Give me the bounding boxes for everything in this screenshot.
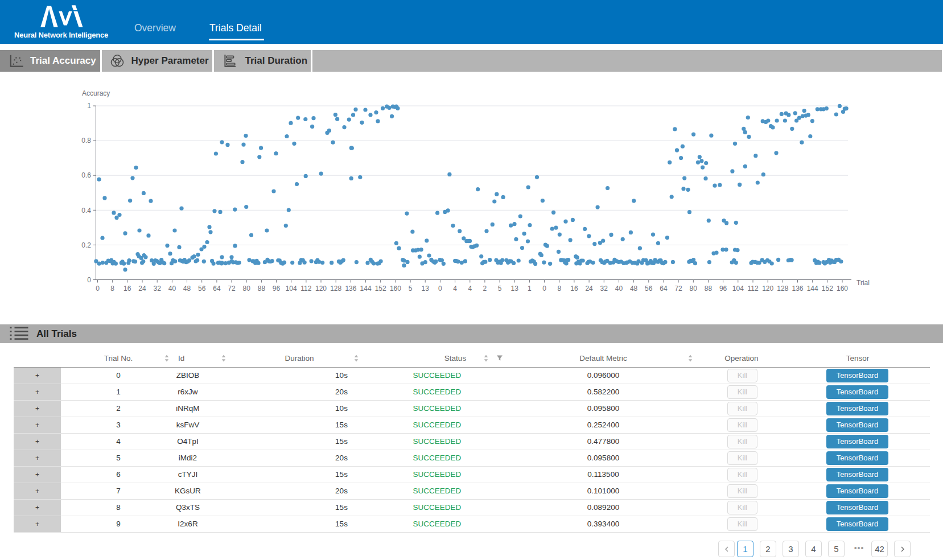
svg-text:160: 160 (390, 285, 401, 293)
svg-text:Accuracy: Accuracy (82, 89, 110, 97)
svg-text:48: 48 (183, 285, 191, 293)
svg-text:112: 112 (300, 285, 311, 293)
svg-text:40: 40 (168, 285, 176, 293)
svg-text:0.6: 0.6 (81, 171, 91, 179)
svg-text:128: 128 (777, 285, 788, 293)
svg-text:104: 104 (286, 285, 297, 293)
svg-text:0: 0 (87, 276, 91, 284)
svg-text:56: 56 (645, 285, 653, 293)
svg-text:64: 64 (213, 285, 221, 293)
svg-text:136: 136 (792, 285, 803, 293)
svg-text:0.2: 0.2 (81, 241, 91, 249)
svg-text:8: 8 (557, 285, 561, 293)
svg-text:16: 16 (570, 285, 578, 293)
svg-text:152: 152 (375, 285, 386, 293)
svg-text:72: 72 (674, 285, 682, 293)
svg-text:0.4: 0.4 (81, 207, 91, 215)
svg-text:64: 64 (660, 285, 668, 293)
svg-text:0: 0 (542, 285, 546, 293)
svg-text:48: 48 (630, 285, 638, 293)
svg-text:120: 120 (762, 285, 773, 293)
svg-text:88: 88 (705, 285, 713, 293)
svg-text:96: 96 (273, 285, 281, 293)
svg-text:32: 32 (154, 285, 162, 293)
svg-text:Trial: Trial (856, 279, 870, 287)
svg-text:0: 0 (96, 285, 100, 293)
svg-text:88: 88 (258, 285, 266, 293)
svg-text:5: 5 (409, 285, 413, 293)
svg-text:24: 24 (585, 285, 593, 293)
svg-text:1: 1 (87, 102, 91, 110)
svg-text:13: 13 (511, 285, 519, 293)
svg-text:80: 80 (690, 285, 698, 293)
svg-text:160: 160 (837, 285, 848, 293)
svg-text:4: 4 (468, 285, 472, 293)
svg-text:1: 1 (528, 285, 532, 293)
svg-text:144: 144 (807, 285, 818, 293)
svg-text:8: 8 (110, 285, 114, 293)
svg-text:96: 96 (719, 285, 727, 293)
svg-text:2: 2 (483, 285, 487, 293)
svg-text:152: 152 (822, 285, 833, 293)
svg-text:72: 72 (228, 285, 236, 293)
svg-text:5: 5 (498, 285, 502, 293)
svg-text:120: 120 (315, 285, 327, 293)
svg-text:0: 0 (438, 285, 442, 293)
svg-text:13: 13 (422, 285, 430, 293)
svg-text:128: 128 (330, 285, 341, 293)
svg-text:4: 4 (453, 285, 457, 293)
svg-text:144: 144 (360, 285, 372, 293)
svg-text:136: 136 (345, 285, 356, 293)
svg-text:32: 32 (600, 285, 608, 293)
svg-text:0.8: 0.8 (81, 137, 91, 145)
svg-text:104: 104 (732, 285, 744, 293)
svg-text:24: 24 (138, 285, 146, 293)
svg-text:16: 16 (123, 285, 131, 293)
svg-text:56: 56 (198, 285, 206, 293)
svg-text:80: 80 (243, 285, 251, 293)
svg-text:112: 112 (747, 285, 758, 293)
svg-text:40: 40 (615, 285, 623, 293)
